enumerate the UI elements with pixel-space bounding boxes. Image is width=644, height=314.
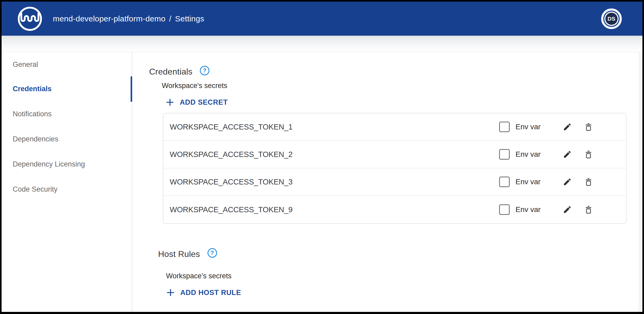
content-area: General Credentials Notifications Depend… [2, 52, 642, 312]
env-var-label: Env var [516, 178, 546, 186]
env-var-label: Env var [516, 123, 546, 131]
add-host-rule-label: ADD HOST RULE [180, 289, 241, 297]
sidebar-item-label: Notifications [13, 110, 52, 118]
pencil-icon [563, 150, 572, 159]
secret-row: WORKSPACE_ACCESS_TOKEN_1 Env var [163, 113, 626, 141]
plus-icon [166, 288, 175, 297]
breadcrumb-project[interactable]: mend-developer-platform-demo [53, 14, 165, 23]
top-bar: mend-developer-platform-demo / Settings … [2, 2, 642, 36]
sidebar-item-dependencies[interactable]: Dependencies [2, 127, 132, 152]
edit-secret-button[interactable] [563, 177, 572, 186]
user-avatar[interactable]: DS [601, 8, 622, 29]
scrollbar-track[interactable] [639, 53, 642, 312]
secret-name: WORKSPACE_ACCESS_TOKEN_2 [170, 150, 499, 159]
env-var-label: Env var [516, 205, 546, 214]
credentials-title-row: Credentials ? [149, 66, 642, 77]
sidebar-item-dependency-licensing[interactable]: Dependency Licensing [2, 152, 132, 177]
sidebar-item-label: Credentials [13, 85, 52, 93]
settings-content: Credentials ? Workspace's secrets ADD SE… [132, 53, 642, 312]
sidebar-item-label: Dependencies [13, 135, 58, 143]
env-var-checkbox[interactable] [499, 177, 510, 187]
delete-secret-button[interactable] [584, 205, 593, 214]
breadcrumb-separator: / [169, 14, 172, 23]
secrets-table: WORKSPACE_ACCESS_TOKEN_1 Env var [163, 113, 627, 224]
sidebar-item-label: Dependency Licensing [13, 160, 85, 168]
breadcrumb: mend-developer-platform-demo / Settings [53, 14, 204, 23]
secret-name: WORKSPACE_ACCESS_TOKEN_3 [170, 178, 499, 186]
edit-secret-button[interactable] [563, 122, 572, 131]
pencil-icon [563, 122, 572, 131]
env-var-label: Env var [516, 150, 546, 159]
secret-row: WORKSPACE_ACCESS_TOKEN_3 Env var [163, 168, 626, 196]
help-glyph: ? [203, 67, 206, 74]
env-var-checkbox[interactable] [499, 149, 510, 160]
env-var-checkbox[interactable] [499, 204, 510, 215]
delete-secret-button[interactable] [584, 150, 593, 159]
trash-icon [584, 150, 593, 159]
trash-icon [584, 205, 593, 214]
credentials-section-title: Credentials [149, 67, 192, 77]
secret-row: WORKSPACE_ACCESS_TOKEN_9 Env var [163, 196, 626, 223]
add-secret-button[interactable]: ADD SECRET [165, 97, 228, 108]
pencil-icon [563, 177, 572, 186]
delete-secret-button[interactable] [584, 177, 593, 186]
mend-logo-icon[interactable] [17, 6, 43, 32]
host-rules-help-icon[interactable]: ? [208, 248, 217, 258]
sidebar-item-code-security[interactable]: Code Security [2, 177, 132, 202]
add-host-rule-button[interactable]: ADD HOST RULE [166, 287, 241, 298]
sidebar-item-general[interactable]: General [2, 53, 132, 76]
sidebar-item-notifications[interactable]: Notifications [2, 101, 132, 127]
edit-secret-button[interactable] [563, 150, 572, 159]
sidebar-item-label: General [13, 61, 38, 69]
plus-icon [165, 98, 174, 107]
settings-sidebar: General Credentials Notifications Depend… [2, 53, 132, 312]
add-secret-label: ADD SECRET [180, 98, 228, 107]
delete-secret-button[interactable] [584, 122, 593, 131]
credentials-help-icon[interactable]: ? [200, 66, 209, 75]
app-window: mend-developer-platform-demo / Settings … [2, 2, 642, 312]
host-rules-section-title: Host Rules [158, 249, 200, 259]
credentials-subtitle: Workspace's secrets [162, 81, 642, 90]
env-var-checkbox[interactable] [499, 122, 510, 132]
edit-secret-button[interactable] [563, 205, 572, 214]
secret-row: WORKSPACE_ACCESS_TOKEN_2 Env var [163, 141, 626, 168]
avatar-initials: DS [604, 12, 619, 26]
trash-icon [584, 177, 593, 186]
host-rules-subtitle: Workspace's secrets [166, 271, 642, 280]
trash-icon [584, 122, 593, 131]
secret-name: WORKSPACE_ACCESS_TOKEN_1 [170, 123, 499, 131]
header-shadow [2, 36, 642, 52]
sidebar-item-credentials[interactable]: Credentials [2, 76, 132, 101]
host-rules-title-row: Host Rules ? [158, 249, 642, 259]
secret-name: WORKSPACE_ACCESS_TOKEN_9 [170, 205, 499, 214]
help-glyph: ? [210, 250, 214, 256]
sidebar-item-label: Code Security [13, 185, 58, 193]
breadcrumb-page: Settings [175, 14, 204, 23]
pencil-icon [563, 205, 572, 214]
